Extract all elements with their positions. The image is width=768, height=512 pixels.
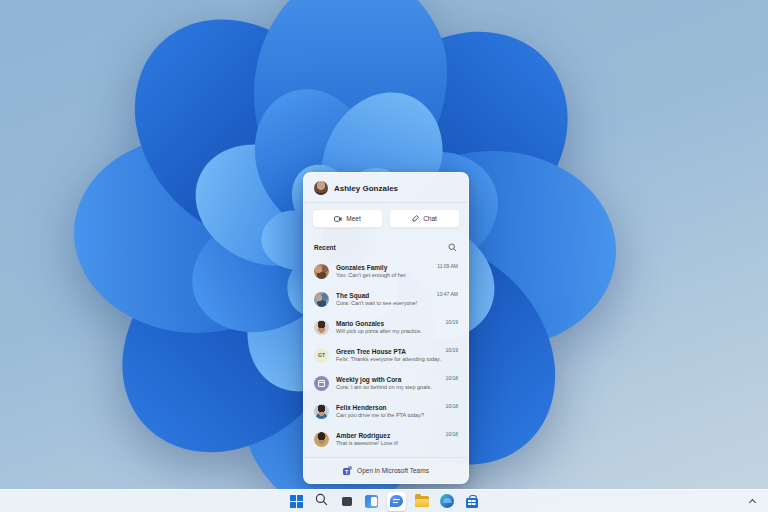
action-buttons: Meet Chat xyxy=(304,203,468,235)
conversation-time: 10/18 xyxy=(445,431,458,437)
widgets-icon xyxy=(365,495,378,508)
conversation-preview: Can you drive me to the PTA today? xyxy=(336,412,424,419)
conversation-preview: Cora: I am so behind on my step goals. xyxy=(336,384,432,391)
conversation-time: 11:09 AM xyxy=(437,263,458,269)
conversation-name: Gonzales Family xyxy=(336,264,407,272)
chat-button[interactable]: Chat xyxy=(389,209,460,228)
conversation-time: 10/19 xyxy=(445,347,458,353)
file-explorer-button[interactable] xyxy=(412,492,431,511)
meet-button[interactable]: Meet xyxy=(312,209,383,228)
folder-icon xyxy=(415,496,429,507)
user-name: Ashley Gonzales xyxy=(334,184,398,193)
calendar-avatar xyxy=(314,376,329,391)
conversation-time: 10:47 AM xyxy=(437,291,458,297)
edge-button[interactable] xyxy=(437,492,456,511)
initials-avatar: GT xyxy=(314,348,329,363)
conversation-preview: That is awesome! Love it! xyxy=(336,440,398,447)
store-icon xyxy=(466,498,478,508)
photo-avatar xyxy=(314,404,329,419)
conversation-time: 10/19 xyxy=(445,319,458,325)
task-view-icon xyxy=(339,494,355,509)
conversation-row-amber-rodriguez[interactable]: Amber Rodriguez That is awesome! Love it… xyxy=(304,425,468,453)
desktop: Ashley Gonzales Meet Chat Recent xyxy=(0,0,768,512)
chat-button-label: Chat xyxy=(423,215,437,222)
photo-avatar xyxy=(314,320,329,335)
group-photo-avatar xyxy=(314,264,329,279)
open-in-teams-label: Open in Microsoft Teams xyxy=(357,467,429,474)
windows-logo-icon xyxy=(290,495,303,508)
search-icon[interactable] xyxy=(446,241,458,253)
teams-logo-icon: T xyxy=(343,466,352,475)
conversation-name: Weekly jog with Cora xyxy=(336,376,432,384)
conversation-row-mario-gonzales[interactable]: Mario Gonzales Will pick up pizza after … xyxy=(304,313,468,341)
search-icon xyxy=(315,492,328,510)
open-in-teams-link[interactable]: T Open in Microsoft Teams xyxy=(304,457,468,483)
flyout-header: Ashley Gonzales xyxy=(304,173,468,203)
taskbar xyxy=(0,489,768,512)
chat-button-taskbar[interactable] xyxy=(387,492,406,511)
group-photo-avatar xyxy=(314,292,329,307)
user-avatar[interactable] xyxy=(314,181,328,195)
conversation-row-weekly-jog-with-cora[interactable]: Weekly jog with Cora Cora: I am so behin… xyxy=(304,369,468,397)
recent-label: Recent xyxy=(314,244,336,251)
taskbar-search-button[interactable] xyxy=(312,492,331,511)
conversation-name: Green Tree House PTA xyxy=(336,348,441,356)
conversation-row-green-tree-house-pta[interactable]: GT Green Tree House PTA Felix: Thanks ev… xyxy=(304,341,468,369)
conversation-name: The Squad xyxy=(336,292,417,300)
conversation-row-the-squad[interactable]: The Squad Cora: Can't wait to see everyo… xyxy=(304,285,468,313)
chevron-up-icon[interactable] xyxy=(749,498,756,505)
recent-header: Recent xyxy=(304,235,468,257)
conversation-time: 10/18 xyxy=(445,375,458,381)
conversation-name: Amber Rodriguez xyxy=(336,432,398,440)
meet-button-label: Meet xyxy=(346,215,360,222)
edge-icon xyxy=(440,494,454,508)
conversation-preview: You: Can't get enough of her. xyxy=(336,272,407,279)
conversation-preview: Felix: Thanks everyone for attending tod… xyxy=(336,356,441,363)
conversation-time: 10/18 xyxy=(445,403,458,409)
photo-avatar xyxy=(314,432,329,447)
conversation-row-gonzales-family[interactable]: Gonzales Family You: Can't get enough of… xyxy=(304,257,468,285)
conversation-name: Felix Henderson xyxy=(336,404,424,412)
start-button[interactable] xyxy=(287,492,306,511)
task-view-button[interactable] xyxy=(337,492,356,511)
video-camera-icon xyxy=(334,216,342,222)
widgets-button[interactable] xyxy=(362,492,381,511)
conversation-preview: Cora: Can't wait to see everyone! xyxy=(336,300,417,307)
chat-bubble-icon xyxy=(390,495,403,507)
teams-chat-flyout: Ashley Gonzales Meet Chat Recent xyxy=(303,172,469,484)
conversation-row-felix-henderson[interactable]: Felix Henderson Can you drive me to the … xyxy=(304,397,468,425)
compose-icon xyxy=(412,215,419,222)
conversation-list: Gonzales Family You: Can't get enough of… xyxy=(304,257,468,457)
conversation-name: Mario Gonzales xyxy=(336,320,422,328)
calendar-icon xyxy=(318,380,325,387)
store-button[interactable] xyxy=(462,492,481,511)
conversation-preview: Will pick up pizza after my practice. xyxy=(336,328,422,335)
